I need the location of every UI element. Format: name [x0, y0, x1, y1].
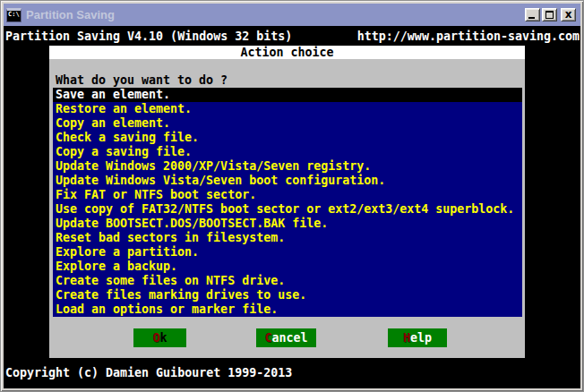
titlebar[interactable]: C:\ Partition Saving x: [4, 4, 580, 26]
menu-item[interactable]: Restore an element.: [53, 102, 522, 116]
help-hotkey-letter: H: [403, 331, 410, 345]
dialog-question: What do you want to do ?: [56, 73, 228, 88]
menu-item[interactable]: Update Windows Vista/Seven boot configur…: [53, 174, 522, 188]
ok-label-rest: k: [160, 331, 167, 345]
action-choice-dialog: Action choice What do you want to do ? S…: [49, 46, 525, 358]
menu-item[interactable]: Update Windows 2000/XP/Vista/Seven regis…: [53, 159, 522, 174]
menu-item[interactable]: Copy an element.: [53, 116, 522, 131]
menu-item[interactable]: Explore a partition.: [53, 245, 522, 260]
menu-item[interactable]: Use copy of FAT32/NTFS boot sector or ex…: [53, 202, 522, 217]
menu-item[interactable]: Create some files on NTFS drive.: [53, 274, 522, 288]
cancel-button[interactable]: Cancel: [256, 328, 316, 347]
maximize-button[interactable]: [542, 8, 557, 21]
help-label-rest: elp: [410, 331, 432, 345]
window-title: Partition Saving: [26, 4, 525, 26]
menu-item[interactable]: Check a saving file.: [53, 131, 522, 145]
cancel-label-rest: ancel: [271, 331, 307, 345]
menu-item[interactable]: Copy a saving file.: [53, 145, 522, 159]
ok-button[interactable]: Ok: [133, 328, 186, 347]
app-version-text: Partition Saving V4.10 (Windows 32 bits): [5, 30, 292, 44]
website-url: http://www.partition-saving.com: [357, 30, 580, 44]
action-list: Save an element. Restore an element. Cop…: [53, 88, 522, 317]
ok-hotkey-letter: O: [152, 331, 159, 345]
menu-item[interactable]: Load an options or marker file.: [53, 303, 522, 317]
close-button[interactable]: x: [561, 8, 576, 21]
menu-item[interactable]: Reset bad sectors in filesystem.: [53, 231, 522, 245]
console-screen: Partition Saving V4.10 (Windows 32 bits)…: [4, 26, 580, 388]
minimize-icon: [528, 17, 535, 19]
app-window: C:\ Partition Saving x Partition Saving …: [0, 0, 584, 392]
close-icon: x: [562, 9, 575, 21]
menu-item[interactable]: Save an element.: [53, 88, 522, 102]
console-app-icon-glyph: C:\: [8, 11, 20, 18]
menu-item[interactable]: Update BOOTSECT.DOS/BOOTSECT.BAK file.: [53, 217, 522, 231]
maximize-icon: [545, 11, 554, 19]
copyright-text: Copyright (c) Damien Guibouret 1999-2013: [5, 366, 292, 380]
minimize-button[interactable]: [525, 8, 540, 21]
menu-item[interactable]: Explore a backup.: [53, 260, 522, 274]
help-button[interactable]: Help: [388, 328, 447, 347]
menu-item[interactable]: Fix FAT or NTFS boot sector.: [53, 188, 522, 202]
menu-item[interactable]: Create files marking drives to use.: [53, 288, 522, 303]
dialog-title: Action choice: [49, 46, 525, 59]
console-app-icon: C:\: [6, 8, 21, 22]
window-controls: x: [525, 8, 576, 21]
